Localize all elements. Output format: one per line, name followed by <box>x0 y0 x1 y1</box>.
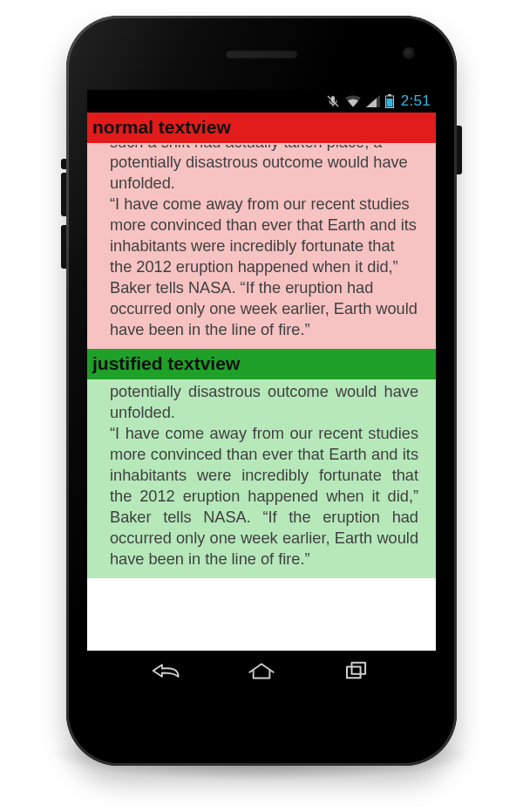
justified-textview[interactable]: potentially disastrous outcome would hav… <box>87 379 436 578</box>
back-button[interactable] <box>148 658 185 684</box>
navigation-bar <box>87 651 436 691</box>
wifi-icon <box>345 95 361 107</box>
section-header-justified: justified textview <box>87 349 436 379</box>
front-camera <box>403 47 415 59</box>
section-title: normal textview <box>92 117 231 137</box>
clipped-previous-line: such a shift had actually taken place, a <box>110 145 418 152</box>
screen: 2:51 normal textview such a shift had ac… <box>87 90 436 691</box>
phone-frame: 2:51 normal textview such a shift had ac… <box>66 16 457 766</box>
justified-text-quote: “I have come away from our recent studie… <box>110 423 418 570</box>
svg-rect-6 <box>352 663 366 674</box>
power-button <box>457 126 462 174</box>
normal-text-lead: potentially disastrous outcome would hav… <box>110 152 418 194</box>
section-header-normal: normal textview <box>87 113 436 143</box>
microphone-muted-icon <box>326 94 340 108</box>
normal-text-quote: “I have come away from our recent studie… <box>110 194 418 340</box>
recents-button[interactable] <box>338 658 375 684</box>
section-title: justified textview <box>92 353 240 373</box>
app-content: normal textview such a shift had actuall… <box>87 113 436 651</box>
status-clock: 2:51 <box>401 92 431 110</box>
home-button[interactable] <box>243 658 280 684</box>
svg-rect-4 <box>386 99 392 107</box>
svg-rect-5 <box>347 666 361 678</box>
normal-textview[interactable]: such a shift had actually taken place, a… <box>87 143 436 349</box>
volume-up-button <box>61 173 66 216</box>
side-button <box>61 159 66 169</box>
status-bar: 2:51 <box>87 90 436 113</box>
justified-text-lead: potentially disastrous outcome would hav… <box>110 381 418 423</box>
cell-signal-icon <box>366 95 380 107</box>
earpiece-speaker <box>226 51 297 58</box>
volume-down-button <box>61 225 66 269</box>
battery-icon <box>385 94 394 108</box>
